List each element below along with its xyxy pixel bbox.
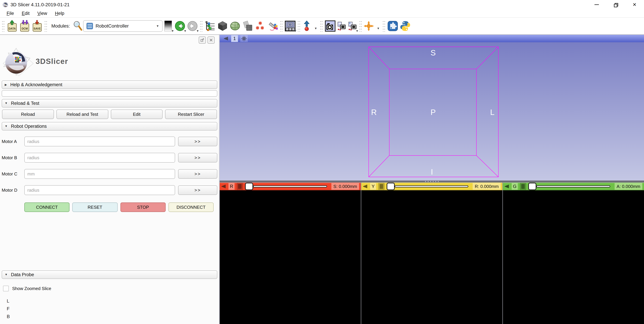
slider-handle[interactable] xyxy=(387,183,395,190)
slicer-logo-text: 3DSlicer xyxy=(36,57,68,66)
crosshair-button[interactable] xyxy=(364,20,374,32)
close-button[interactable]: ✕ xyxy=(625,0,644,9)
yellow-slice-menu-button[interactable]: Y xyxy=(370,183,376,190)
show-zoomed-slice-label: Show Zoomed Slice xyxy=(12,286,51,291)
undock-panel-button[interactable] xyxy=(199,36,206,44)
motor-a-input[interactable] xyxy=(24,136,175,146)
connect-button[interactable]: CONNECT xyxy=(24,202,70,212)
threed-view-tab[interactable]: 1 xyxy=(231,35,238,42)
motor-d-input[interactable] xyxy=(24,185,175,195)
chevron-down-icon[interactable]: ▼ xyxy=(314,27,317,30)
hide-panel-button[interactable] xyxy=(208,36,214,44)
menu-help[interactable]: Help xyxy=(51,11,68,16)
slider-handle[interactable] xyxy=(245,183,253,190)
layout-selector-button[interactable]: ▼ xyxy=(284,20,296,32)
motor-a-send-button[interactable]: >> xyxy=(178,137,217,146)
chevron-down-icon[interactable]: ▼ xyxy=(377,27,380,30)
reload-and-test-button[interactable]: Reload and Test xyxy=(56,110,108,119)
undock-icon xyxy=(200,38,204,42)
annotations-module-button[interactable] xyxy=(267,20,278,32)
reload-button[interactable]: Reload xyxy=(2,110,54,119)
green-slice-viewport[interactable] xyxy=(503,190,644,324)
green-slice-offset-slider[interactable] xyxy=(528,183,612,190)
disconnect-button[interactable]: DISCONNECT xyxy=(168,202,214,212)
data-module-button[interactable] xyxy=(204,20,216,32)
red-slice-viewport[interactable] xyxy=(220,190,361,324)
toolbar-drag-handle[interactable] xyxy=(359,20,362,32)
motor-c-input[interactable] xyxy=(24,169,175,179)
slicer-logo-image xyxy=(2,45,35,78)
toolbar-drag-handle[interactable] xyxy=(280,20,283,32)
slider-track[interactable] xyxy=(253,186,327,188)
robot-operations-section[interactable]: ▼ Robot Operations xyxy=(2,122,217,130)
motor-c-send-button[interactable]: >> xyxy=(178,169,217,179)
toolbar-drag-handle[interactable] xyxy=(200,20,203,32)
pin-icon[interactable] xyxy=(504,184,510,189)
mouse-mode-button[interactable] xyxy=(302,20,312,32)
threed-view-header[interactable]: 1 xyxy=(220,35,644,42)
green-slice-menu-button[interactable]: G xyxy=(512,183,518,190)
orientation-cube: S R P L I xyxy=(220,42,644,180)
reload-test-section[interactable]: ▼ Reload & Test xyxy=(2,99,217,108)
restore-button[interactable] xyxy=(606,0,625,9)
view-splitter[interactable] xyxy=(220,180,644,182)
volumes-module-button[interactable] xyxy=(217,20,228,32)
red-slice-offset-value: S: 0.000mm xyxy=(332,183,359,190)
data-probe-section[interactable]: ▼ Data Probe xyxy=(2,270,217,279)
toolbar-drag-handle[interactable] xyxy=(298,20,300,32)
help-acknowledgement-section[interactable]: ▶ Help & Acknowledgement xyxy=(2,80,217,89)
pin-icon[interactable] xyxy=(224,36,229,41)
green-slice-header: G A: 0.000mm xyxy=(503,182,644,190)
motor-b-send-button[interactable]: >> xyxy=(178,153,217,162)
yellow-slice-viewport[interactable] xyxy=(361,190,502,324)
menu-file[interactable]: File xyxy=(3,11,18,16)
threed-viewport[interactable]: S R P L I xyxy=(220,42,644,180)
module-selector-combobox[interactable]: RobotController ▼ xyxy=(83,20,162,32)
close-icon: ✕ xyxy=(632,2,636,8)
stop-button[interactable]: STOP xyxy=(120,202,166,212)
red-slice-menu-button[interactable]: R xyxy=(228,183,234,190)
slider-handle[interactable] xyxy=(528,183,536,190)
extensions-manager-button[interactable] xyxy=(387,20,398,32)
scene-view-restore-button[interactable]: ▼ xyxy=(348,20,358,32)
slice-visibility-icon[interactable] xyxy=(378,183,384,190)
python-console-button[interactable] xyxy=(400,20,411,32)
show-zoomed-slice-checkbox[interactable] xyxy=(3,286,9,292)
scene-view-save-button[interactable] xyxy=(337,20,347,32)
module-history-button[interactable]: ▼ xyxy=(163,20,173,32)
toolbar-drag-handle[interactable] xyxy=(382,20,386,32)
save-button[interactable]: SAVE xyxy=(31,20,43,32)
slice-visibility-icon[interactable] xyxy=(520,183,526,190)
red-slice-offset-slider[interactable] xyxy=(245,183,329,190)
main-area: 3DSlicer ▶ Help & Acknowledgement ▼ Relo… xyxy=(0,35,644,324)
edit-button[interactable]: Edit xyxy=(111,110,163,119)
slice-visibility-icon[interactable] xyxy=(236,183,243,190)
minimize-button[interactable] xyxy=(587,0,606,9)
pin-icon[interactable] xyxy=(221,184,226,189)
view-options-button[interactable] xyxy=(240,35,248,42)
screenshot-button[interactable] xyxy=(324,20,336,32)
menu-view[interactable]: View xyxy=(34,11,51,16)
transforms-module-button[interactable] xyxy=(242,20,253,32)
slider-track[interactable] xyxy=(395,186,468,188)
menu-edit[interactable]: Edit xyxy=(18,11,34,16)
module-back-button[interactable]: ▼ xyxy=(174,20,186,32)
toolbar-drag-handle[interactable] xyxy=(44,20,47,32)
red-slice-header: R S: 0.000mm xyxy=(220,182,361,190)
slider-track[interactable] xyxy=(536,186,610,188)
module-search-button[interactable] xyxy=(73,20,83,32)
main-toolbar: DATA DCM SAVE Modules: xyxy=(0,18,644,35)
yellow-slice-offset-slider[interactable] xyxy=(387,183,470,190)
models-module-button[interactable] xyxy=(229,20,241,32)
motor-b-input[interactable] xyxy=(24,153,175,162)
restart-slicer-button[interactable]: Restart Slicer xyxy=(165,110,217,119)
motor-d-send-button[interactable]: >> xyxy=(178,186,217,195)
toolbar-drag-handle[interactable] xyxy=(2,20,5,32)
pin-icon[interactable] xyxy=(363,184,368,189)
load-data-button[interactable]: DATA xyxy=(6,20,18,32)
module-forward-button[interactable]: ▼ xyxy=(187,20,198,32)
toolbar-drag-handle[interactable] xyxy=(320,20,323,32)
markups-module-button[interactable] xyxy=(254,20,266,32)
dicom-button[interactable]: DCM xyxy=(19,20,30,32)
reset-button[interactable]: RESET xyxy=(72,202,118,212)
